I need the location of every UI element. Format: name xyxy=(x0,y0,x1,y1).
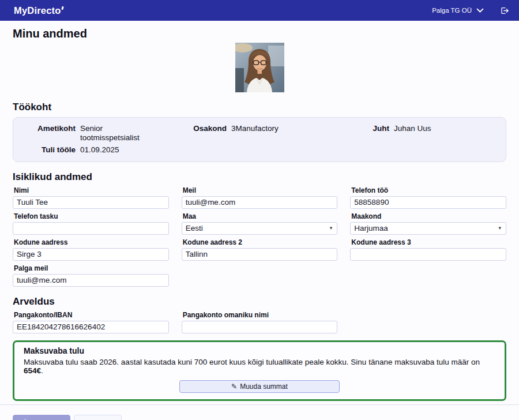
pangakonto-iban-label: Pangakonto/IBAN xyxy=(14,311,169,319)
ametikoht-label: Ametikoht xyxy=(20,124,76,142)
kodune-aadress-3-input[interactable] xyxy=(350,248,506,261)
edit-amount-label: Muuda summat xyxy=(240,382,288,391)
field-maa: Maa Eesti ▾ xyxy=(182,212,338,235)
field-nimi: Nimi xyxy=(13,186,169,209)
nimi-label: Nimi xyxy=(14,186,169,194)
workplace-card: Ametikoht Senior tootmisspetsialist Osak… xyxy=(13,117,506,162)
tuli-toole-label: Tuli tööle xyxy=(20,145,76,155)
nimi-input[interactable] xyxy=(13,196,169,209)
telefon-tasku-label: Telefon tasku xyxy=(14,212,169,220)
tuli-toole-value: 01.09.2025 xyxy=(80,145,167,155)
kodune-aadress-2-label: Kodune aadress 2 xyxy=(183,238,338,246)
field-kodune-aadress-3: Kodune aadress 3 xyxy=(350,238,506,261)
field-telefon-too: Telefon töö xyxy=(350,186,506,209)
kodune-aadress-input[interactable] xyxy=(13,248,169,261)
maa-select[interactable]: Eesti ▾ xyxy=(182,222,338,235)
ametikoht-value: Senior tootmisspetsialist xyxy=(80,124,151,142)
palga-meil-input[interactable] xyxy=(13,274,169,287)
main-content: Minu andmed Töökoht Ametikoht xyxy=(0,27,519,420)
tax-exempt-card: Maksuvaba tulu Maksuvaba tulu saab 2026.… xyxy=(13,340,506,401)
field-pangakonto-omaniku-nimi: Pangakonto omaniku nimi xyxy=(182,311,338,333)
juht-label: Juht xyxy=(357,124,389,142)
billing-heading: Arveldus xyxy=(13,296,506,308)
company-menu[interactable]: Palga TG OÜ xyxy=(432,7,484,14)
kodune-aadress-3-label: Kodune aadress 3 xyxy=(351,238,506,246)
select-arrow-icon: ▾ xyxy=(498,226,501,231)
logout-icon xyxy=(500,6,509,15)
maakond-select-value: Harjumaa xyxy=(354,224,388,232)
field-maakond: Maakond Harjumaa ▾ xyxy=(350,212,506,235)
tax-exempt-heading: Maksuvaba tulu xyxy=(24,346,495,355)
telefon-tasku-input[interactable] xyxy=(13,222,169,235)
pangakonto-iban-input[interactable] xyxy=(13,321,169,333)
profile-photo xyxy=(235,43,284,92)
personal-form: Nimi Meil Telefon töö Telefon tasku Maa … xyxy=(13,186,506,287)
edit-amount-button[interactable]: ✎ Muuda summat xyxy=(179,380,340,393)
field-kodune-aadress-2: Kodune aadress 2 xyxy=(182,238,338,261)
footer-divider xyxy=(0,404,519,405)
telefon-too-label: Telefon töö xyxy=(351,186,506,194)
cancel-button[interactable]: ⊗ Loobu xyxy=(74,415,122,420)
photo-wrap xyxy=(13,43,506,92)
kodune-aadress-2-input[interactable] xyxy=(182,248,338,261)
personal-heading: Isiklikud andmed xyxy=(13,171,506,183)
telefon-too-input[interactable] xyxy=(350,196,506,209)
maakond-label: Maakond xyxy=(351,212,506,220)
company-menu-label: Palga TG OÜ xyxy=(432,7,472,14)
maa-select-value: Eesti xyxy=(186,224,203,232)
palga-meil-label: Palga meil xyxy=(14,264,169,272)
osakond-label: Osakond xyxy=(171,124,227,142)
chevron-down-icon xyxy=(476,8,484,13)
field-palga-meil: Palga meil xyxy=(13,264,169,287)
tax-exempt-amount: 654€ xyxy=(24,366,41,375)
field-meil: Meil xyxy=(182,186,338,209)
maakond-select[interactable]: Harjumaa ▾ xyxy=(350,222,506,235)
select-arrow-icon: ▾ xyxy=(330,226,333,231)
meil-label: Meil xyxy=(183,186,338,194)
logout-button[interactable] xyxy=(499,5,510,16)
logo-tick-icon xyxy=(61,6,63,10)
pencil-icon: ✎ xyxy=(231,382,237,391)
juht-value: Juhan Uus xyxy=(394,124,499,142)
pangakonto-omaniku-nimi-label: Pangakonto omaniku nimi xyxy=(183,311,338,319)
billing-form: Pangakonto/IBAN Pangakonto omaniku nimi xyxy=(13,311,506,333)
app-logo: MyDirecto xyxy=(14,5,63,16)
osakond-value: 3Manufactory xyxy=(231,124,352,142)
maa-label: Maa xyxy=(183,212,338,220)
pangakonto-omaniku-nimi-input[interactable] xyxy=(182,321,338,333)
save-button-label: Salvesta xyxy=(32,418,62,420)
cancel-button-label: Loobu xyxy=(92,418,114,420)
workplace-heading: Töökoht xyxy=(13,102,506,113)
save-button[interactable]: Salvesta xyxy=(13,415,70,420)
field-kodune-aadress: Kodune aadress xyxy=(13,238,169,261)
field-pangakonto-iban: Pangakonto/IBAN xyxy=(13,311,169,333)
logo-text: MyDirecto xyxy=(14,5,61,16)
header-right: Palga TG OÜ xyxy=(432,5,510,16)
tax-exempt-text: Maksuvaba tulu saab 2026. aastal kasutad… xyxy=(24,358,495,375)
field-telefon-tasku: Telefon tasku xyxy=(13,212,169,235)
page-title: Minu andmed xyxy=(13,27,506,40)
meil-input[interactable] xyxy=(182,196,338,209)
app-header: MyDirecto Palga TG OÜ xyxy=(0,0,519,21)
kodune-aadress-label: Kodune aadress xyxy=(14,238,169,246)
footer-actions: Salvesta ⊗ Loobu xyxy=(13,415,506,420)
